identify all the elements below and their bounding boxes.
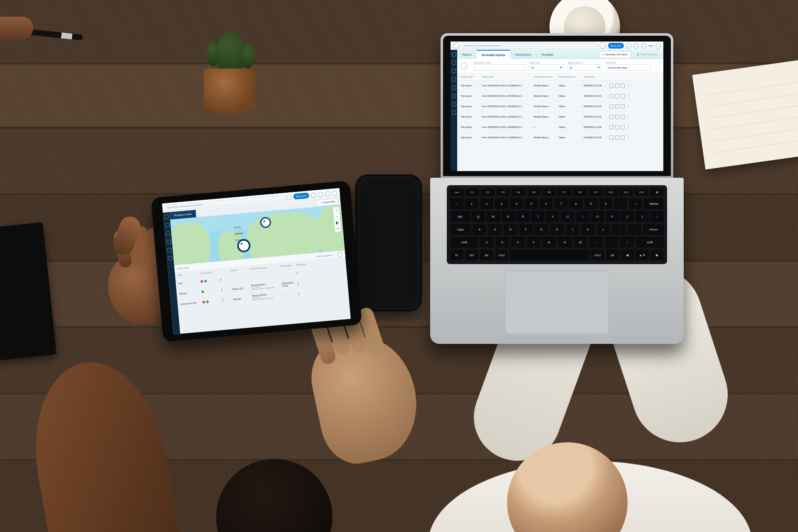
key[interactable]: 6 <box>539 198 553 209</box>
key[interactable]: B <box>542 237 556 248</box>
settings-icon[interactable] <box>318 191 323 197</box>
key[interactable]: L <box>596 224 610 235</box>
notifications-icon[interactable] <box>325 191 330 196</box>
key[interactable]: delete <box>644 198 664 209</box>
key[interactable]: F9 <box>589 189 602 196</box>
key[interactable]: F <box>519 224 533 235</box>
key[interactable]: tab <box>450 211 470 222</box>
filter-icon[interactable] <box>337 251 343 257</box>
key[interactable]: caps <box>450 224 471 235</box>
rail-icon[interactable] <box>167 248 172 253</box>
key[interactable]: S <box>488 224 502 235</box>
key[interactable]: \ <box>650 211 664 222</box>
key[interactable] <box>510 250 589 260</box>
zoom-layers-icon[interactable]: ◧ <box>334 219 340 226</box>
menu-icon[interactable] <box>453 42 460 49</box>
kebab-icon[interactable]: ⋮ <box>626 104 630 109</box>
rail-icon[interactable] <box>452 94 456 98</box>
report-row[interactable]: Trips reportfrom 23/03/2021 00:00 to 29/… <box>457 112 663 122</box>
report-row[interactable]: Trips reportfrom 30/05/2021 00:00 to 30/… <box>457 101 663 112</box>
tab-generated-reports[interactable]: Generated reports <box>477 50 510 59</box>
rail-icon[interactable] <box>452 110 456 115</box>
key[interactable]: E <box>502 211 515 222</box>
delete-icon[interactable] <box>621 83 625 88</box>
key[interactable]: alt <box>606 250 619 260</box>
notifications-icon[interactable] <box>641 43 646 49</box>
key[interactable]: ' <box>628 224 641 235</box>
rail-icon[interactable] <box>452 52 456 56</box>
kebab-icon[interactable]: ⋮ <box>626 125 630 130</box>
key[interactable]: esc <box>450 189 464 196</box>
key[interactable]: F12 <box>635 189 648 196</box>
delete-icon[interactable] <box>621 115 625 119</box>
key[interactable]: ] <box>635 211 649 222</box>
settings-icon[interactable] <box>633 43 639 49</box>
delete-icon[interactable] <box>621 125 625 130</box>
filter-subname-input[interactable] <box>474 64 526 71</box>
key[interactable]: F2 <box>481 189 495 196</box>
key[interactable]: K <box>581 224 595 235</box>
kebab-icon[interactable]: ⋮ <box>626 135 630 140</box>
key[interactable]: O <box>591 211 604 222</box>
key[interactable]: F6 <box>542 189 556 196</box>
search-icon[interactable] <box>286 194 292 200</box>
tab-subscriptions[interactable]: Subscriptions <box>510 50 536 59</box>
key[interactable]: ▲▼ <box>635 250 649 260</box>
rail-icon[interactable] <box>452 61 456 65</box>
filter-basedon-select[interactable]: All <box>567 64 602 71</box>
key[interactable]: F8 <box>573 189 587 196</box>
generate-new-report-button[interactable]: + Generate new report <box>599 51 631 58</box>
key[interactable]: . <box>605 237 619 248</box>
key[interactable]: 3 <box>495 198 508 209</box>
key[interactable]: F7 <box>558 189 571 196</box>
key[interactable]: / <box>620 237 634 248</box>
key[interactable]: 0 <box>599 198 613 209</box>
rail-icon[interactable] <box>166 231 170 236</box>
zoom-in-button[interactable]: + <box>333 207 339 213</box>
rail-icon[interactable] <box>452 102 456 106</box>
key[interactable]: [ <box>621 211 634 222</box>
key[interactable]: F3 <box>496 189 510 196</box>
key[interactable]: ⏻ <box>650 189 664 196</box>
search-input[interactable]: Search for vehicles and locations <box>462 43 597 49</box>
filter-date-select[interactable]: Choose date range <box>606 64 651 71</box>
refresh-icon[interactable] <box>310 192 316 198</box>
key[interactable]: V <box>527 237 541 248</box>
key[interactable]: shift <box>636 237 664 248</box>
tab-reports[interactable]: Reports <box>457 50 477 59</box>
key[interactable]: D <box>503 224 517 235</box>
delete-icon[interactable] <box>621 104 625 109</box>
copy-icon[interactable] <box>609 83 613 88</box>
delete-selected-button[interactable]: 🗑 Delete selected <box>634 51 660 58</box>
key[interactable]: A <box>473 224 486 235</box>
book-now-button[interactable]: Book now <box>608 43 624 49</box>
download-icon[interactable] <box>615 125 619 130</box>
key[interactable]: T <box>531 211 544 222</box>
download-icon[interactable] <box>615 83 619 88</box>
key[interactable]: F1 <box>466 189 479 196</box>
key[interactable]: 2 <box>480 198 493 209</box>
rail-icon[interactable] <box>164 215 169 219</box>
report-row[interactable]: Trips reportfrom 18/03/2021 00:00 to 20/… <box>457 122 663 132</box>
key[interactable]: 8 <box>569 198 583 209</box>
key[interactable]: N <box>558 237 572 248</box>
key[interactable]: F4 <box>512 189 525 196</box>
report-row[interactable]: Trips reportfrom 14/03/2021 00:00 to 22/… <box>457 132 663 143</box>
search-icon[interactable] <box>599 42 606 49</box>
rail-icon[interactable] <box>168 256 172 261</box>
key[interactable]: C <box>511 237 525 248</box>
delete-icon[interactable] <box>621 94 625 98</box>
download-icon[interactable] <box>615 94 619 98</box>
key[interactable]: cmd <box>495 250 508 260</box>
kebab-icon[interactable]: ⋮ <box>626 83 630 88</box>
key[interactable]: alt <box>480 250 493 260</box>
filter-type-select[interactable]: All <box>530 64 564 71</box>
search-tasks-input[interactable]: Search tasks <box>177 266 189 270</box>
key[interactable]: 4 <box>510 198 523 209</box>
key[interactable]: F10 <box>604 189 618 196</box>
kebab-icon[interactable]: ⋮ <box>654 64 660 69</box>
copy-icon[interactable] <box>609 104 613 109</box>
key[interactable]: 9 <box>584 198 598 209</box>
report-row[interactable]: Trips reportfrom 06/06/2021 00:00 to 06/… <box>457 91 663 101</box>
user-avatar[interactable] <box>332 190 337 196</box>
